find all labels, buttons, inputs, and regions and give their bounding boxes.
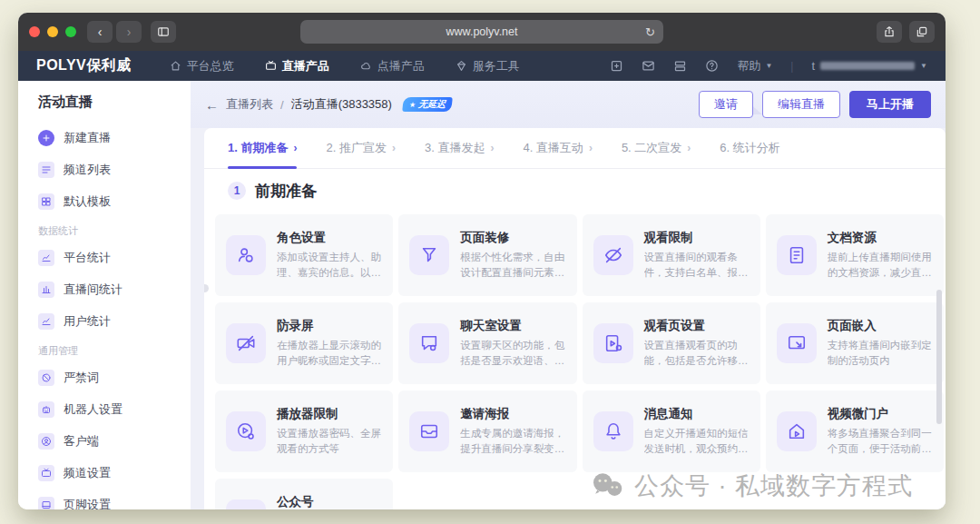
- polyv-logo[interactable]: POLYV保利威: [36, 56, 132, 75]
- browser-back-button[interactable]: ‹: [87, 21, 113, 43]
- help-menu[interactable]: 帮助 ▼: [737, 58, 772, 74]
- breadcrumb: ← 直播列表 / 活动直播(3833358) ★ 无延迟: [205, 96, 452, 113]
- sidebar-item-footer-settings[interactable]: 页脚设置: [38, 489, 183, 509]
- watermark-text: 公众号 · 私域数字方程式: [634, 470, 913, 502]
- menu-vod-products[interactable]: 点播产品: [360, 58, 425, 74]
- chevron-right-icon: ›: [490, 142, 494, 154]
- tab-label: 3. 直播发起: [425, 140, 485, 156]
- card-watch-limit[interactable]: 观看限制设置直播间的观看条件，支持白名单、报名观看、验...: [583, 214, 760, 296]
- card-invite-poster[interactable]: 邀请海报生成专属的邀请海报，提升直播间分享裂变的效果: [398, 391, 576, 472]
- sidebar-item-channel-settings[interactable]: 频道设置: [38, 457, 183, 489]
- fullscreen-window-button[interactable]: [65, 26, 76, 37]
- card-wechat[interactable]: 公众号适用于直播间引流至公众号或客服，沉淀用户至私域...: [215, 479, 393, 509]
- question-icon[interactable]: [705, 59, 719, 73]
- card-player-limit[interactable]: 播放器限制设置播放器密码、全屏观看的方式等: [215, 391, 393, 472]
- back-chevron-icon: ‹: [98, 25, 103, 39]
- card-video-portal[interactable]: 视频微门户将多场直播聚合到同一个页面，便于活动前期的宣发...: [766, 391, 944, 472]
- sidebar-item-client[interactable]: 客户端: [38, 425, 183, 457]
- tab-interaction[interactable]: 4. 直播互动 ›: [523, 128, 592, 168]
- app-navbar: POLYV保利威 平台总览 直播产品 点播产品 服务工具: [18, 51, 946, 81]
- tab-label: 6. 统计分析: [720, 140, 779, 156]
- tab-overview-button[interactable]: [909, 21, 935, 43]
- card-desc: 支持将直播间内嵌到定制的活动页内: [828, 338, 933, 368]
- browser-titlebar: ‹ › www.polyv.net ↻: [18, 13, 946, 51]
- browser-forward-button[interactable]: ›: [116, 21, 142, 43]
- menu-label: 点播产品: [377, 58, 425, 74]
- share-button[interactable]: [877, 21, 902, 43]
- card-notification[interactable]: 消息通知自定义开播通知的短信发送时机，观众预约直播后，...: [583, 391, 760, 472]
- sidebar-item-label: 严禁词: [64, 370, 99, 386]
- invite-poster-icon: [409, 411, 449, 451]
- channel-settings-icon: [38, 465, 54, 481]
- card-desc: 生成专属的邀请海报，提升直播间分享裂变的效果: [460, 426, 565, 456]
- section-header: 1 前期准备: [228, 180, 946, 202]
- reload-icon[interactable]: ↻: [645, 25, 655, 39]
- card-title: 播放器限制: [277, 406, 382, 422]
- card-title: 页面嵌入: [828, 318, 933, 334]
- user-account-menu[interactable]: t ▼: [811, 59, 927, 73]
- mail-icon[interactable]: [642, 59, 655, 73]
- section-number-badge: 1: [228, 182, 246, 200]
- vod-cloud-icon: [360, 60, 372, 72]
- steps-panel: 1. 前期准备 › 2. 推广宣发 › 3. 直播发起 › 4. 直播互动: [204, 128, 946, 509]
- tab-analytics[interactable]: 6. 统计分析: [720, 128, 779, 168]
- card-watch-page[interactable]: 观看页设置设置直播观看页的功能，包括是否允许移动端观看等: [583, 302, 760, 384]
- card-decorate[interactable]: 页面装修根据个性化需求，自由设计配置直播间元素。支持自...: [398, 214, 576, 296]
- back-arrow-icon[interactable]: ←: [205, 97, 219, 113]
- minimize-window-button[interactable]: [47, 26, 58, 37]
- close-window-button[interactable]: [29, 26, 40, 37]
- doc-resource-icon: [777, 235, 817, 275]
- menu-platform-overview[interactable]: 平台总览: [170, 58, 234, 74]
- invite-button[interactable]: 邀请: [699, 91, 753, 118]
- sidebar-item-room-stats[interactable]: 直播间统计: [38, 273, 183, 305]
- menu-service-tools[interactable]: 服务工具: [456, 58, 520, 74]
- traffic-lights: [29, 26, 76, 37]
- breadcrumb-parent[interactable]: 直播列表: [226, 96, 273, 113]
- badge-label: 无延迟: [417, 98, 446, 111]
- forward-chevron-icon: ›: [127, 25, 132, 39]
- card-doc-resource[interactable]: 文档资源提前上传直播期间使用的文档资源，减少直播中的失...: [766, 214, 944, 296]
- watch-limit-icon: [593, 235, 633, 275]
- start-live-button[interactable]: 马上开播: [849, 91, 931, 118]
- no-delay-badge: ★ 无延迟: [402, 97, 453, 112]
- sidebar-section-admin: 通用管理: [38, 344, 183, 358]
- sidebar-item-label: 平台统计: [64, 250, 111, 266]
- tab-preparation[interactable]: 1. 前期准备 ›: [228, 128, 297, 168]
- card-anti-record[interactable]: 防录屏在播放器上显示滚动的用户昵称或固定文字，达到防...: [215, 302, 393, 384]
- card-roles[interactable]: 角色设置添加或设置主持人、助理、嘉宾的信息。以及新增助...: [215, 214, 393, 296]
- card-page-embed[interactable]: 页面嵌入支持将直播间内嵌到定制的活动页内: [766, 302, 944, 384]
- tab-promotion[interactable]: 2. 推广宣发 ›: [326, 128, 395, 168]
- card-title: 观看页设置: [644, 318, 750, 334]
- console-icon[interactable]: [673, 59, 687, 73]
- card-desc: 在播放器上显示滚动的用户昵称或固定文字，达到防...: [277, 338, 382, 368]
- chevron-right-icon: ›: [589, 142, 593, 154]
- sidebar-item-default-template[interactable]: 默认模板: [38, 185, 183, 217]
- caret-down-icon: ▼: [765, 62, 772, 70]
- card-desc: 根据个性化需求，自由设计配置直播间元素。支持自...: [460, 250, 565, 280]
- edit-live-button[interactable]: 编辑直播: [762, 91, 840, 118]
- sidebar-item-channel-list[interactable]: 频道列表: [38, 153, 183, 185]
- wechat-icon: [226, 499, 266, 509]
- sidebar-item-robot-settings[interactable]: 机器人设置: [38, 393, 183, 425]
- url-text: www.polyv.net: [446, 25, 518, 38]
- caret-down-icon: ▼: [920, 62, 927, 70]
- card-desc: 设置播放器密码、全屏观看的方式等: [277, 426, 382, 456]
- address-bar[interactable]: www.polyv.net ↻: [300, 20, 663, 44]
- menu-live-products[interactable]: 直播产品: [265, 58, 329, 74]
- tab-label: 5. 二次宣发: [622, 140, 681, 156]
- tab-repromotion[interactable]: 5. 二次宣发 ›: [622, 128, 691, 168]
- sidebar-item-user-stats[interactable]: 用户统计: [38, 305, 183, 337]
- main-menu: 平台总览 直播产品 点播产品 服务工具: [170, 58, 520, 74]
- card-title: 视频微门户: [828, 406, 933, 422]
- feature-card-grid: 角色设置添加或设置主持人、助理、嘉宾的信息。以及新增助... 页面装修根据个性化…: [215, 214, 944, 509]
- card-chatroom[interactable]: 聊天室设置设置聊天区的功能，包括是否显示欢迎语、是否支持...: [398, 302, 576, 384]
- app-center-icon[interactable]: [610, 59, 623, 73]
- sidebar-item-new-live[interactable]: 新建直播: [38, 122, 183, 153]
- sidebar-item-label: 客户端: [64, 433, 99, 450]
- sidebar-toggle-button[interactable]: [151, 21, 176, 43]
- sidebar-item-banned-words[interactable]: 严禁词: [38, 361, 183, 393]
- sidebar-item-platform-stats[interactable]: 平台统计: [38, 242, 183, 273]
- vertical-scrollbar[interactable]: [936, 290, 942, 424]
- live-icon: [265, 60, 277, 72]
- tab-launch[interactable]: 3. 直播发起 ›: [425, 128, 494, 168]
